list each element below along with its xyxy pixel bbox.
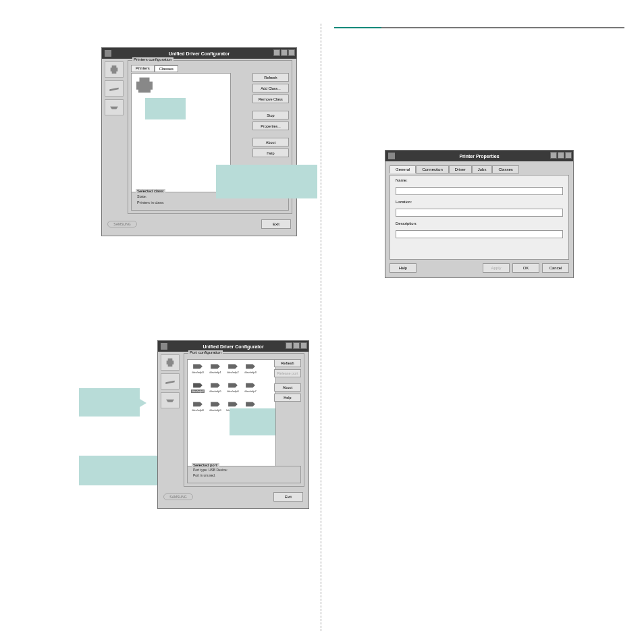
cancel-button[interactable]: Cancel xyxy=(542,263,569,273)
port-icon xyxy=(244,400,257,408)
ok-button[interactable]: OK xyxy=(512,263,539,273)
minimize-button[interactable] xyxy=(273,49,280,56)
titlebar-controls xyxy=(550,152,572,159)
stop-button[interactable]: Stop xyxy=(252,111,289,119)
port-label: /dev/mfp6 xyxy=(227,390,239,393)
annotation-callout xyxy=(145,98,186,119)
printer-module-icon[interactable] xyxy=(161,354,180,371)
port-item[interactable]: /dev/mfp1 xyxy=(207,362,223,379)
port-item[interactable]: /dev/mfp3 xyxy=(242,362,259,379)
exit-button[interactable]: Exit xyxy=(261,219,291,229)
app-icon xyxy=(105,50,111,57)
port-item[interactable]: /dev/mfp0 xyxy=(190,362,206,379)
module-sidebar xyxy=(161,354,181,411)
refresh-button[interactable]: Refresh xyxy=(252,73,289,82)
properties-button[interactable]: Properties... xyxy=(252,122,289,130)
tab-classes[interactable]: Classes xyxy=(155,65,178,72)
release-port-button[interactable]: Release port xyxy=(274,369,301,377)
port-item[interactable]: /dev/mfp6 xyxy=(225,381,241,398)
port-icon xyxy=(192,362,204,370)
location-input[interactable] xyxy=(396,209,563,217)
maximize-button[interactable] xyxy=(281,49,288,56)
tab-printers[interactable]: Printers xyxy=(131,65,155,72)
ports-module-icon[interactable] xyxy=(105,99,124,115)
help-button[interactable]: Help xyxy=(274,394,301,402)
ports-module-icon[interactable] xyxy=(161,392,180,408)
tab-general[interactable]: General xyxy=(390,165,416,173)
window-footer: SAMSUNG Exit xyxy=(107,218,291,230)
printer-module-icon[interactable] xyxy=(105,61,124,78)
port-item[interactable]: /dev/mfp9 xyxy=(207,400,223,417)
port-icon xyxy=(227,381,239,389)
window-footer: SAMSUNG Exit xyxy=(163,491,303,503)
name-label: Name: xyxy=(396,178,563,182)
port-icon xyxy=(227,400,239,408)
port-icon xyxy=(244,362,257,370)
minimize-button[interactable] xyxy=(286,342,292,349)
port-icon xyxy=(209,400,221,408)
minimize-button[interactable] xyxy=(558,152,564,159)
scanner-module-icon[interactable] xyxy=(161,373,180,390)
dialog-button-bar: Help Apply OK Cancel xyxy=(390,263,569,274)
port-item[interactable]: /dev/mfp5 xyxy=(207,381,223,398)
name-input[interactable] xyxy=(396,187,563,195)
port-item[interactable]: /dev/mfp8 xyxy=(190,400,206,417)
refresh-button[interactable]: Refresh xyxy=(274,359,301,367)
close-button[interactable] xyxy=(300,342,307,349)
port-icon xyxy=(192,381,204,389)
window-title: Unified Driver Configurator xyxy=(203,344,263,349)
port-icon xyxy=(227,362,239,370)
description-field-row: Description: xyxy=(396,221,563,238)
close-button[interactable] xyxy=(288,49,295,56)
close-button[interactable] xyxy=(565,152,572,159)
app-icon xyxy=(161,343,167,350)
about-button[interactable]: About xyxy=(274,383,301,392)
module-sidebar xyxy=(105,61,125,118)
window-body: Port configuration /dev/mfp0 /dev/mfp1 /… xyxy=(161,352,306,506)
window-title: Unified Driver Configurator xyxy=(169,51,230,56)
titlebar: Unified Driver Configurator xyxy=(158,341,308,352)
about-button[interactable]: About xyxy=(252,138,289,146)
port-label: /dev/mfp2 xyxy=(227,371,239,374)
exit-button[interactable]: Exit xyxy=(273,492,303,502)
selected-class-caption: Selected class: xyxy=(136,189,165,193)
port-icon xyxy=(192,400,204,408)
help-button[interactable]: Help xyxy=(252,149,289,157)
annotation-callout-ports-icon xyxy=(79,388,140,417)
selected-port-caption: Selected port: xyxy=(192,463,219,467)
group-label: Printers configuration xyxy=(132,57,173,61)
port-item[interactable]: /dev/mfp7 xyxy=(242,381,259,398)
port-label: /dev/mfp4 xyxy=(191,390,205,393)
maximize-button[interactable] xyxy=(293,342,300,349)
titlebar: Printer Properties xyxy=(385,151,573,161)
remove-class-button[interactable]: Remove Class xyxy=(252,95,289,103)
app-icon xyxy=(388,153,395,159)
group-label: Port configuration xyxy=(188,350,223,354)
port-status-label: Port is unused. xyxy=(193,473,215,477)
annotation-callout-selected-port xyxy=(79,456,160,485)
scanner-module-icon[interactable] xyxy=(105,80,124,97)
tab-jobs[interactable]: Jobs xyxy=(472,165,493,173)
port-label: /dev/mfp0 xyxy=(192,371,204,374)
config-tabs: Printers Classes xyxy=(131,65,178,72)
add-class-button[interactable]: Add Class... xyxy=(252,84,289,92)
section-rule xyxy=(334,27,624,28)
help-hint-button[interactable] xyxy=(550,152,557,159)
titlebar-controls xyxy=(286,342,307,349)
apply-button[interactable]: Apply xyxy=(483,263,510,273)
printers-configuration-group: Printers configuration Printers Classes … xyxy=(128,60,292,214)
port-label: /dev/mfp7 xyxy=(244,390,257,393)
window-title: Printer Properties xyxy=(459,154,499,159)
port-item[interactable]: /dev/mfp2 xyxy=(225,362,241,379)
port-item-selected[interactable]: /dev/mfp4 xyxy=(190,381,206,398)
brand-logo: SAMSUNG xyxy=(163,493,193,500)
help-button[interactable]: Help xyxy=(390,263,417,273)
tab-classes[interactable]: Classes xyxy=(492,165,518,173)
tab-driver[interactable]: Driver xyxy=(449,165,472,173)
column-divider xyxy=(321,24,321,631)
description-input[interactable] xyxy=(396,230,563,238)
port-label: /dev/mfp1 xyxy=(209,371,221,374)
tab-connection[interactable]: Connection xyxy=(416,165,448,173)
location-label: Location: xyxy=(396,200,563,204)
location-field-row: Location: xyxy=(396,200,563,217)
